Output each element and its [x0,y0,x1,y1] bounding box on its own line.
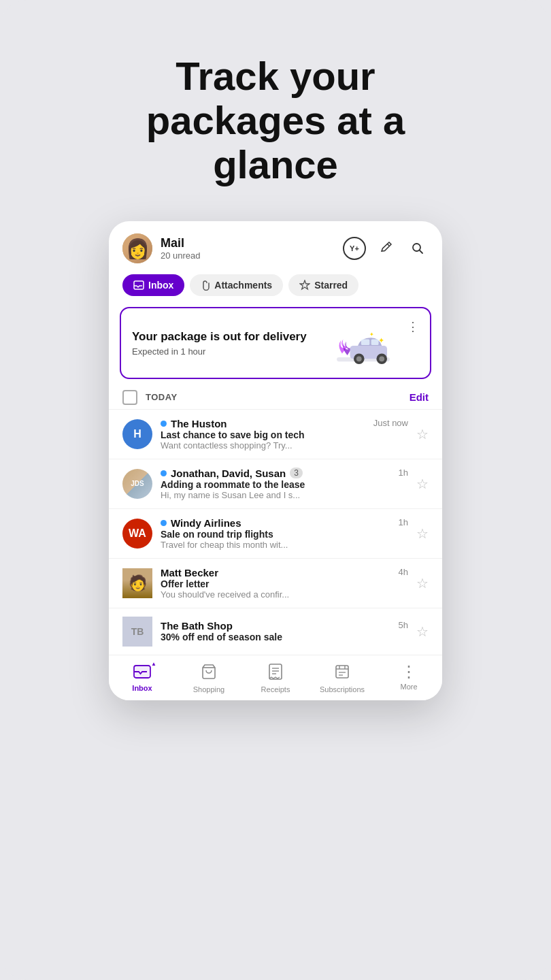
email-time: 5h [399,620,408,630]
nav-subscriptions-label: Subscriptions [320,685,365,693]
select-all-checkbox[interactable] [122,390,137,405]
sender-name: Windy Airlines [171,517,241,529]
nav-more-label: More [400,683,417,691]
email-subject: Sale on round trip flights [161,529,408,540]
unread-dot [161,520,167,526]
svg-rect-18 [336,666,348,678]
email-badge: 3 [290,468,303,478]
search-icon[interactable] [407,238,429,259]
sender-name: Matt Becker [161,567,218,578]
email-item[interactable]: JDSJonathan, David, Susan31hAdding a roo… [109,459,442,508]
email-avatar: 🧑 [122,568,152,598]
email-item[interactable]: WAWindy Airlines1hSale on round trip fli… [109,508,442,558]
star-icon[interactable]: ☆ [416,426,429,442]
sender-name: The Bath Shop [161,620,233,632]
svg-rect-1 [134,281,144,289]
mail-unread-count: 20 unread [161,250,343,261]
nav-shopping[interactable]: Shopping [176,661,242,696]
email-content: Windy Airlines1hSale on round trip fligh… [161,517,408,550]
email-list: HThe HustonJust nowLast chance to save b… [109,409,442,655]
nav-subscriptions[interactable]: Subscriptions [309,661,375,696]
list-header: TODAY Edit [109,386,442,409]
mail-header: Mail 20 unread Y+ [109,221,442,270]
tab-attachments[interactable]: Attachments [190,274,283,296]
nav-inbox[interactable]: ▲ Inbox [109,661,176,696]
email-subject: 30% off end of season sale [161,632,408,642]
nav-shopping-label: Shopping [193,685,225,693]
edit-button[interactable]: Edit [410,391,429,403]
email-subject: Adding a roommate to the lease [161,479,408,490]
email-time: 1h [399,468,408,478]
mail-app-title: Mail [161,236,343,250]
sender-name: Jonathan, David, Susan [171,468,286,479]
tab-inbox-label: Inbox [148,280,173,291]
header-icons: Y+ [343,237,429,260]
nav-receipts-label: Receipts [261,685,290,693]
mail-title-group: Mail 20 unread [161,236,343,261]
email-avatar: JDS [122,469,152,499]
svg-point-0 [413,244,420,251]
email-content: The Bath Shop5h30% off end of season sal… [161,620,408,642]
email-preview: Hi, my name is Susan Lee and I s... [161,490,408,500]
email-avatar: H [122,419,152,449]
package-text: Your package is out for delivery Expecte… [132,329,322,357]
email-subject: Offer letter [161,578,408,589]
tab-starred-label: Starred [314,280,348,291]
email-preview: Want contactless shopping? Try... [161,440,408,451]
headline: Track your packages at a glance [85,54,466,187]
package-illustration: ✦ ✦ [329,319,397,367]
email-time: Just now [373,418,408,428]
today-label: TODAY [146,392,401,402]
nav-more[interactable]: ⋮ More [375,661,442,696]
email-content: The HustonJust nowLast chance to save bi… [161,418,408,451]
app-wrapper: Track your packages at a glance Mail 20 … [0,0,551,980]
star-icon[interactable]: ☆ [416,623,429,640]
svg-text:✦: ✦ [378,336,384,344]
compose-icon[interactable] [375,238,397,259]
sender-name: The Huston [171,418,227,429]
package-subtitle: Expected in 1 hour [132,346,322,357]
email-time: 1h [399,517,408,527]
email-time: 4h [399,567,408,577]
star-icon[interactable]: ☆ [416,525,429,542]
email-item[interactable]: TBThe Bath Shop5h30% off end of season s… [109,608,442,655]
nav-inbox-icon: ▲ [133,664,151,681]
nav-shopping-icon [201,664,217,683]
nav-receipts[interactable]: Receipts [242,661,309,696]
tab-inbox[interactable]: Inbox [122,274,184,296]
star-icon[interactable]: ☆ [416,575,429,591]
email-subject: Last chance to save big on tech [161,429,408,440]
email-item[interactable]: HThe HustonJust nowLast chance to save b… [109,409,442,459]
unread-dot [161,470,167,476]
avatar [122,233,152,263]
tab-attachments-label: Attachments [214,280,272,291]
nav-receipts-icon [268,664,283,683]
phone-card: Mail 20 unread Y+ [109,221,442,700]
email-preview: Travel for cheap this month wit... [161,540,408,550]
email-content: Jonathan, David, Susan31hAdding a roomma… [161,468,408,500]
email-content: Matt Becker4hOffer letterYou should've r… [161,567,408,600]
svg-point-7 [356,356,362,361]
star-icon[interactable]: ☆ [416,476,429,492]
package-menu-icon[interactable]: ⋮ [407,319,419,334]
yplus-icon[interactable]: Y+ [343,237,366,260]
unread-dot [161,421,167,427]
nav-subscriptions-icon [334,664,350,683]
package-card: Your package is out for delivery Expecte… [120,307,431,379]
email-item[interactable]: 🧑Matt Becker4hOffer letterYou should've … [109,558,442,608]
package-title: Your package is out for delivery [132,329,322,344]
svg-rect-5 [371,339,379,345]
svg-point-9 [379,356,384,361]
email-avatar: TB [122,617,152,647]
bottom-nav: ▲ Inbox Shopping [109,655,442,700]
email-preview: You should've received a confir... [161,589,408,600]
tab-starred[interactable]: Starred [288,274,358,296]
svg-rect-13 [134,666,150,678]
svg-rect-4 [361,339,369,345]
tabs-row: Inbox Attachments Starred [109,270,442,304]
svg-text:✦: ✦ [369,331,374,338]
nav-more-icon: ⋮ [401,664,417,680]
email-avatar: WA [122,519,152,549]
nav-inbox-label: Inbox [132,684,152,692]
